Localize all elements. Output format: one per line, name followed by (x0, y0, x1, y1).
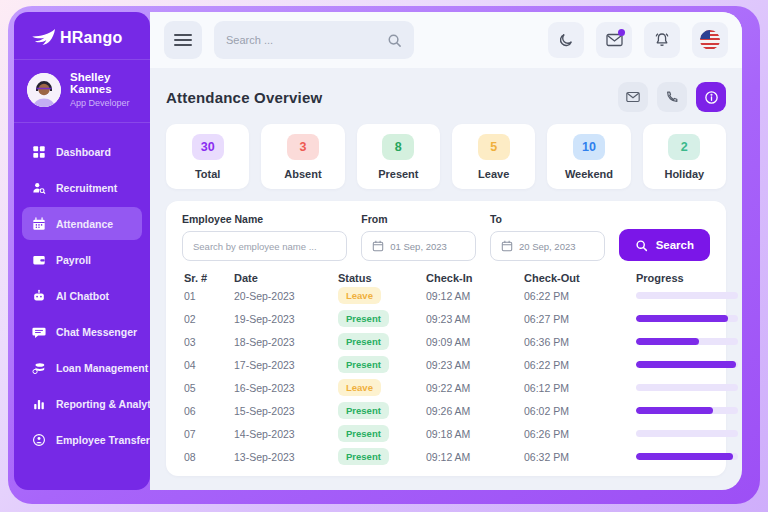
bell-icon (654, 32, 670, 48)
moon-icon (558, 32, 574, 48)
messages-button[interactable] (596, 22, 632, 58)
sidebar-item[interactable]: Employee Transfer (22, 423, 142, 456)
progress-bar (636, 453, 738, 460)
cell-sr: 08 (184, 451, 234, 463)
from-filter: From 01 Sep, 2023 (361, 213, 476, 261)
logo: HRango (14, 12, 150, 60)
app-title: HRango (60, 29, 123, 47)
wallet-icon (31, 252, 46, 267)
stat-card: 8 Present (357, 124, 440, 189)
cell-status: Leave (338, 379, 426, 396)
stat-label: Total (172, 168, 243, 180)
employee-filter: Employee Name (182, 213, 347, 261)
notification-dot (618, 29, 625, 36)
sidebar-item-label: AI Chatbot (56, 290, 109, 302)
page-header: Attendance Overview (166, 82, 726, 112)
sidebar-item[interactable]: Attendance (22, 207, 142, 240)
progress-bar (636, 430, 738, 437)
us-flag-icon (700, 30, 720, 50)
stats-row: 30 Total 3 Absent 8 Present 5 Leave 10 W… (166, 124, 726, 189)
search-button-label: Search (656, 239, 694, 251)
search-icon (635, 239, 648, 252)
sidebar-item[interactable]: Recruitment (22, 171, 142, 204)
mail-icon (626, 91, 640, 103)
cell-progress (636, 453, 738, 460)
table-row: 04 17-Sep-2023 Present 09:23 AM 06:22 PM (182, 353, 710, 376)
cell-check-out: 06:02 PM (524, 405, 636, 417)
hamburger-menu-button[interactable] (164, 21, 202, 59)
cell-progress (636, 315, 738, 322)
progress-bar (636, 361, 738, 368)
cell-sr: 05 (184, 382, 234, 394)
stat-value: 10 (573, 134, 605, 160)
search-input[interactable] (226, 34, 379, 46)
sidebar-item-label: Loan Management (56, 362, 148, 374)
calendar-icon (372, 240, 384, 252)
notifications-button[interactable] (644, 22, 680, 58)
dark-mode-toggle[interactable] (548, 22, 584, 58)
sidebar-item[interactable]: Dashboard (22, 135, 142, 168)
cell-sr: 01 (184, 290, 234, 302)
cell-check-in: 09:12 AM (426, 451, 524, 463)
to-date-field[interactable]: 20 Sep, 2023 (490, 231, 605, 261)
language-button[interactable] (692, 22, 728, 58)
email-action-button[interactable] (618, 82, 648, 112)
cell-check-out: 06:26 PM (524, 428, 636, 440)
cell-status: Leave (338, 287, 426, 304)
search-button[interactable]: Search (619, 229, 710, 261)
progress-bar (636, 315, 738, 322)
sidebar-item[interactable]: Chat Messenger (22, 315, 142, 348)
cell-progress (636, 384, 738, 391)
table-row: 02 19-Sep-2023 Present 09:23 AM 06:27 PM (182, 307, 710, 330)
user-profile[interactable]: Shelley Kannes App Developer (14, 60, 150, 123)
filters-row: Employee Name From 01 Sep, 2023 (182, 213, 710, 261)
cell-sr: 07 (184, 428, 234, 440)
sidebar-item-label: Chat Messenger (56, 326, 137, 338)
cell-date: 18-Sep-2023 (234, 336, 338, 348)
stat-label: Absent (267, 168, 338, 180)
bar-chart-icon (31, 396, 46, 411)
cell-date: 15-Sep-2023 (234, 405, 338, 417)
cell-date: 13-Sep-2023 (234, 451, 338, 463)
stat-label: Weekend (553, 168, 624, 180)
cell-date: 17-Sep-2023 (234, 359, 338, 371)
table-row: 05 16-Sep-2023 Leave 09:22 AM 06:12 PM (182, 376, 710, 399)
call-action-button[interactable] (657, 82, 687, 112)
cell-date: 20-Sep-2023 (234, 290, 338, 302)
cell-status: Present (338, 356, 426, 373)
to-filter: To 20 Sep, 2023 (490, 213, 605, 261)
col-status: Status (338, 272, 426, 284)
employee-name-input[interactable] (193, 241, 336, 252)
employee-name-field[interactable] (182, 231, 347, 261)
cell-date: 14-Sep-2023 (234, 428, 338, 440)
cell-check-out: 06:32 PM (524, 451, 636, 463)
col-check-in: Check-In (426, 272, 524, 284)
cell-check-in: 09:23 AM (426, 359, 524, 371)
stat-value: 3 (287, 134, 319, 160)
sidebar-item[interactable]: Loan Management (22, 351, 142, 384)
cell-status: Present (338, 425, 426, 442)
cell-status: Present (338, 310, 426, 327)
sidebar-item-label: Reporting & Analytics (56, 398, 150, 410)
cell-check-out: 06:22 PM (524, 290, 636, 302)
wing-logo-icon (28, 28, 56, 47)
sidebar-item[interactable]: AI Chatbot (22, 279, 142, 312)
calendar-icon (501, 240, 513, 252)
from-date-field[interactable]: 01 Sep, 2023 (361, 231, 476, 261)
from-label: From (361, 213, 476, 225)
cell-check-in: 09:22 AM (426, 382, 524, 394)
sidebar-item-label: Attendance (56, 218, 113, 230)
chat-icon (31, 324, 46, 339)
from-date-value: 01 Sep, 2023 (390, 241, 447, 252)
table-header: Sr. # Date Status Check-In Check-Out Pro… (182, 272, 710, 284)
status-badge: Present (338, 402, 389, 419)
cell-status: Present (338, 333, 426, 350)
info-action-button[interactable] (696, 82, 726, 112)
sidebar-item[interactable]: Reporting & Analytics (22, 387, 142, 420)
cell-check-out: 06:27 PM (524, 313, 636, 325)
global-search[interactable] (214, 21, 414, 59)
status-badge: Present (338, 356, 389, 373)
calendar-icon (31, 216, 46, 231)
search-icon (387, 33, 402, 48)
sidebar-item[interactable]: Payroll (22, 243, 142, 276)
